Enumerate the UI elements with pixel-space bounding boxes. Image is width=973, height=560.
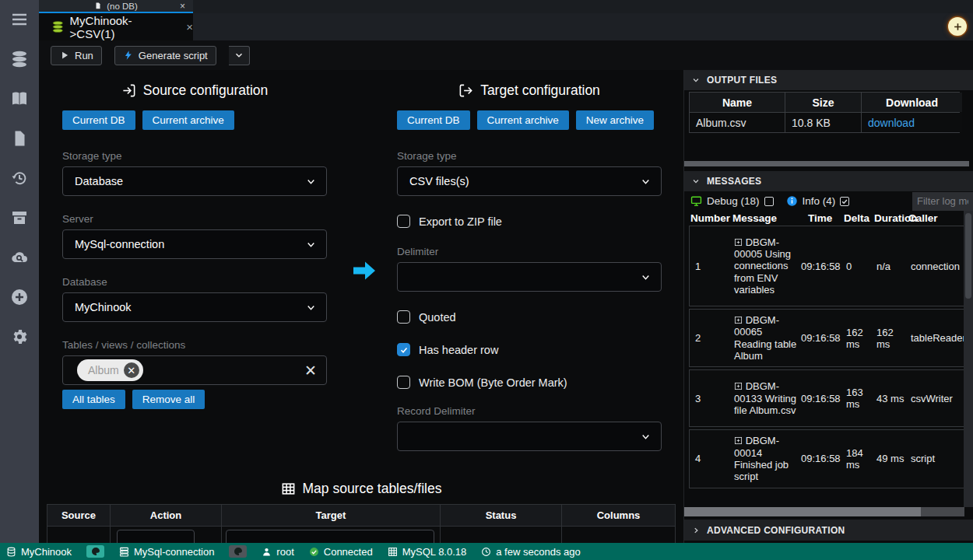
window-tab-nodb[interactable]: (no DB) × xyxy=(39,0,193,12)
play-icon xyxy=(59,50,70,61)
tab-mychinook-csv[interactable]: MyChinook->CSV(1) × xyxy=(39,13,193,40)
app-window: (no DB) × MyChinook->CSV(1) × Run Genera… xyxy=(0,0,973,560)
chevron-down-icon xyxy=(692,177,700,185)
archive-icon[interactable] xyxy=(9,208,30,228)
save-dropdown-button[interactable] xyxy=(229,46,250,65)
chevron-down-icon xyxy=(641,432,651,442)
connection-color-badge[interactable] xyxy=(229,545,247,558)
map-table: Source Action Target Status Columns xyxy=(47,504,676,543)
clear-selection-icon[interactable]: ✕ xyxy=(304,362,317,380)
expand-icon[interactable] xyxy=(734,316,743,324)
status-user: root xyxy=(262,546,293,558)
new-connection-button[interactable] xyxy=(948,17,967,36)
source-server-select[interactable]: MySql-connection xyxy=(62,229,327,259)
target-storage-type-select[interactable]: CSV files(s) xyxy=(397,166,662,196)
map-target-input[interactable] xyxy=(226,530,434,543)
message-row[interactable]: 3 DBGM-00133 Writing file Album.csv 09:1… xyxy=(689,369,964,427)
status-updated: a few seconds ago xyxy=(481,546,580,558)
map-col-source: Source xyxy=(47,505,110,526)
source-database-select[interactable]: MyChinook xyxy=(62,292,327,322)
delimiter-select[interactable] xyxy=(397,262,662,292)
messages-header[interactable]: MESSAGES xyxy=(684,171,973,191)
gear-icon[interactable] xyxy=(9,327,30,347)
person-icon xyxy=(262,547,272,557)
msg-col-caller: Caller xyxy=(908,212,963,224)
target-current-db-button[interactable]: Current DB xyxy=(397,110,470,130)
cloud-search-icon[interactable] xyxy=(9,247,30,268)
export-zip-checkbox-row[interactable]: Export to ZIP file xyxy=(397,215,662,228)
main-content: Source configuration Current DB Current … xyxy=(39,70,683,543)
table-grid-icon xyxy=(281,481,296,496)
generate-script-button[interactable]: Generate script xyxy=(114,46,216,65)
chevron-down-icon xyxy=(306,177,316,187)
check-circle-icon xyxy=(309,547,319,557)
files-col-name: Name xyxy=(690,93,785,112)
map-cell-columns xyxy=(562,527,675,543)
messages-table-header: Number Message Time Delta Duration Calle… xyxy=(689,211,964,226)
has-header-checkbox[interactable] xyxy=(397,343,410,356)
source-tables-label: Tables / views / collections xyxy=(62,339,327,351)
target-new-archive-button[interactable]: New archive xyxy=(576,110,654,130)
messages-horizontal-scrollbar[interactable] xyxy=(684,507,964,516)
map-action-select[interactable] xyxy=(117,530,195,543)
output-files-header[interactable]: OUTPUT FILES xyxy=(684,70,973,90)
messages-filter-row: Debug (18) Info (4) xyxy=(684,191,973,211)
msg-col-duration: Duration xyxy=(874,212,908,224)
export-zip-checkbox[interactable] xyxy=(397,215,410,228)
import-icon xyxy=(121,83,136,98)
all-tables-button[interactable]: All tables xyxy=(62,390,125,409)
source-tables-multiselect[interactable]: Album ✕ ✕ xyxy=(62,355,327,385)
palette-icon xyxy=(234,547,243,556)
quoted-checkbox-row[interactable]: Quoted xyxy=(397,310,662,324)
generate-script-label: Generate script xyxy=(139,50,208,61)
write-bom-checkbox[interactable] xyxy=(397,376,410,389)
map-source-tables-title: Map source tables/files xyxy=(39,481,683,497)
book-icon[interactable] xyxy=(9,89,30,109)
tab-close-icon[interactable]: × xyxy=(186,20,193,33)
map-col-action: Action xyxy=(111,505,221,526)
status-database: MyChinook xyxy=(6,546,72,558)
menu-icon[interactable] xyxy=(9,9,30,30)
source-configuration-title: Source configuration xyxy=(62,82,327,99)
quoted-checkbox[interactable] xyxy=(397,310,410,324)
msg-col-time: Time xyxy=(799,212,844,224)
record-delimiter-select[interactable] xyxy=(397,422,662,451)
source-current-archive-button[interactable]: Current archive xyxy=(142,110,234,130)
advanced-configuration-header[interactable]: ADVANCED CONFIGURATION xyxy=(684,520,973,541)
source-to-target-arrow-icon xyxy=(352,261,377,281)
chip-remove-icon[interactable]: ✕ xyxy=(124,362,139,378)
map-col-status: Status xyxy=(441,505,561,526)
filter-log-input[interactable] xyxy=(912,192,973,211)
expand-icon[interactable] xyxy=(734,436,743,445)
message-row[interactable]: 4 DBGM-00014 Finished job script 09:16:5… xyxy=(689,429,964,488)
database-nav-icon[interactable] xyxy=(9,49,30,69)
remove-all-button[interactable]: Remove all xyxy=(132,390,205,409)
message-row[interactable]: 1 DBGM-00005 Using connections from ENV … xyxy=(689,226,964,306)
output-files-scrollbar[interactable] xyxy=(684,161,969,166)
expand-icon[interactable] xyxy=(734,238,743,247)
history-icon[interactable] xyxy=(9,168,30,188)
has-header-checkbox-row[interactable]: Has header row xyxy=(397,343,662,356)
palette-icon xyxy=(91,547,100,556)
info-checkbox[interactable] xyxy=(840,197,849,206)
target-current-archive-button[interactable]: Current archive xyxy=(477,110,569,130)
messages-vertical-scrollbar[interactable] xyxy=(964,211,973,507)
write-bom-checkbox-row[interactable]: Write BOM (Byte Order Mark) xyxy=(397,376,662,389)
debug-checkbox[interactable] xyxy=(764,197,774,206)
add-circle-icon[interactable] xyxy=(9,287,30,307)
clock-icon xyxy=(481,547,491,557)
close-icon[interactable]: × xyxy=(180,2,185,11)
source-current-db-button[interactable]: Current DB xyxy=(62,110,135,130)
download-link[interactable]: download xyxy=(868,117,915,129)
table-grid-icon xyxy=(388,547,398,557)
source-storage-type-label: Storage type xyxy=(62,150,327,162)
run-button[interactable]: Run xyxy=(51,46,102,65)
chevron-down-icon xyxy=(641,272,651,282)
check-icon xyxy=(841,198,848,205)
database-color-badge[interactable] xyxy=(86,545,104,558)
message-row[interactable]: 2 DBGM-00065 Reading table Album 09:16:5… xyxy=(689,309,964,367)
source-storage-type-select[interactable]: Database xyxy=(62,166,327,196)
expand-icon[interactable] xyxy=(734,382,743,390)
files-col-size: Size xyxy=(785,93,861,112)
file-icon[interactable] xyxy=(9,128,30,149)
